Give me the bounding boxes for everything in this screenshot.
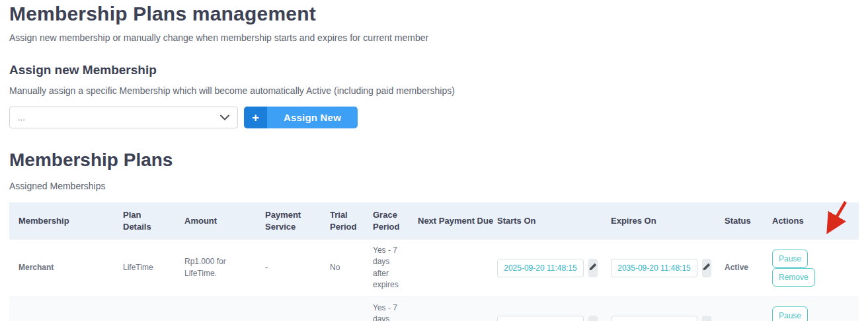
pause-button[interactable]: Pause	[772, 250, 808, 268]
plan-details-cell: LifeTime	[116, 297, 178, 321]
starts-on-input[interactable]	[497, 259, 584, 277]
membership-select[interactable]: ...	[9, 107, 238, 128]
header-payment-service: Payment Service	[258, 203, 323, 240]
header-status: Status	[718, 203, 766, 240]
assigned-memberships-label: Assigned Memberships	[9, 181, 859, 191]
membership-plans-heading: Membership Plans	[9, 150, 859, 171]
page-title: Membership Plans management	[9, 3, 859, 25]
page-subtitle: Assign new membership or manually change…	[9, 32, 859, 43]
header-amount: Amount	[178, 203, 258, 240]
grace-period-cell: Yes - 7 days after expires	[366, 240, 411, 297]
expires-on-cell	[604, 240, 718, 297]
payment-service-cell: -	[258, 240, 323, 297]
assign-membership-controls: ... + Assign New	[9, 107, 859, 128]
header-membership: Membership	[9, 203, 116, 240]
payment-service-cell: -	[258, 297, 323, 321]
status-badge: Active	[718, 297, 766, 321]
membership-plans-table: Membership Plan Details Amount Payment S…	[9, 203, 859, 321]
table-header-row: Membership Plan Details Amount Payment S…	[9, 203, 859, 240]
amount-cell: Rp0 for LifeTime.	[178, 297, 258, 321]
actions-cell: PauseRemove	[766, 240, 859, 297]
membership-name: Author CityResort	[9, 297, 116, 321]
next-payment-due-cell	[411, 297, 491, 321]
header-starts-on: Starts On	[491, 203, 604, 240]
assign-new-button[interactable]: + Assign New	[244, 107, 358, 128]
trial-period-cell: No	[323, 240, 366, 297]
expires-on-input[interactable]	[611, 316, 697, 321]
plus-icon: +	[244, 107, 267, 128]
edit-expires-on-button[interactable]	[702, 259, 711, 277]
table-row-author-cityresort: Author CityResort LifeTime Rp0 for LifeT…	[9, 297, 859, 321]
trial-period-cell: No	[323, 297, 366, 321]
header-actions: Actions	[766, 203, 859, 240]
expires-on-cell	[604, 297, 718, 321]
amount-cell: Rp1.000 for LifeTime.	[178, 240, 258, 297]
pencil-icon	[703, 263, 711, 273]
pencil-icon	[589, 263, 597, 273]
edit-expires-on-button[interactable]	[702, 316, 711, 321]
chevron-down-icon	[220, 115, 229, 120]
assign-membership-description: Manually assign a specific Membership wh…	[9, 85, 859, 96]
grace-period-cell: Yes - 7 days after expires	[366, 297, 411, 321]
assign-new-button-label: Assign New	[267, 107, 358, 128]
header-plan-details: Plan Details	[116, 203, 178, 240]
pause-button[interactable]: Pause	[772, 306, 808, 321]
membership-select-value: ...	[18, 113, 25, 122]
header-next-payment-due: Next Payment Due	[411, 203, 491, 240]
membership-name: Merchant	[9, 240, 116, 297]
status-badge: Active	[718, 240, 766, 297]
remove-button[interactable]: Remove	[772, 268, 815, 287]
header-trial-period: Trial Period	[323, 203, 366, 240]
starts-on-cell	[491, 297, 604, 321]
plan-details-cell: LifeTime	[116, 240, 178, 297]
starts-on-input[interactable]	[497, 316, 584, 321]
edit-starts-on-button[interactable]	[588, 316, 598, 321]
membership-management-page: Membership Plans management Assign new m…	[0, 0, 868, 321]
table-row-merchant: Merchant LifeTime Rp1.000 for LifeTime. …	[9, 240, 859, 297]
header-grace-period: Grace Period	[366, 203, 411, 240]
edit-starts-on-button[interactable]	[588, 259, 598, 277]
assign-membership-heading: Assign new Membership	[9, 63, 859, 77]
starts-on-cell	[491, 240, 604, 297]
next-payment-due-cell	[411, 240, 491, 297]
header-expires-on: Expires On	[604, 203, 718, 240]
actions-cell: PauseRemove	[766, 297, 859, 321]
expires-on-input[interactable]	[611, 259, 697, 277]
